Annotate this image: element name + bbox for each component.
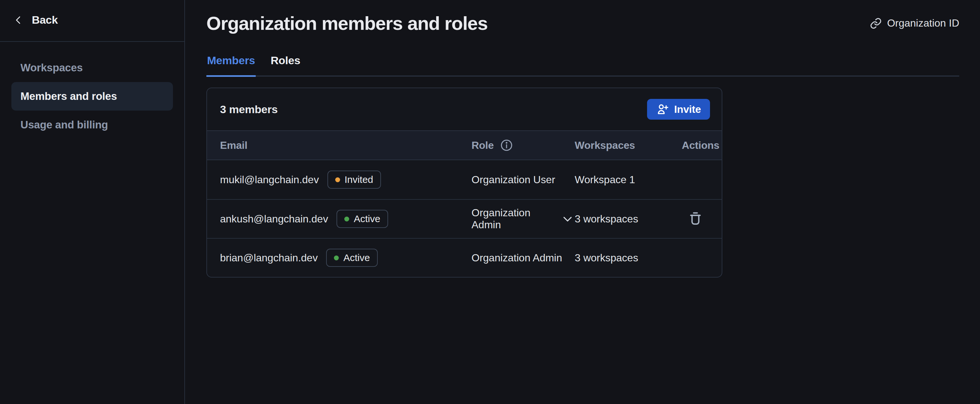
back-button[interactable]: Back	[0, 0, 184, 42]
members-card-header: 3 members Invite	[207, 88, 722, 130]
status-badge: Active	[337, 210, 388, 228]
user-plus-icon	[656, 103, 669, 116]
sidebar-item-usage-and-billing[interactable]: Usage and billing	[11, 111, 173, 139]
status-label: Active	[354, 213, 380, 224]
member-workspaces: Workspace 1	[575, 174, 682, 186]
table-row: ankush@langchain.dev Active Organization…	[207, 199, 722, 238]
delete-member-button[interactable]	[687, 211, 704, 227]
tab-members[interactable]: Members	[206, 54, 256, 77]
back-label: Back	[32, 14, 58, 26]
members-table-body: mukil@langchain.dev Invited Organization…	[207, 160, 722, 277]
member-workspaces: 3 workspaces	[575, 213, 682, 225]
member-email: ankush@langchain.dev	[220, 213, 328, 225]
status-label: Active	[343, 252, 370, 263]
trash-icon	[687, 211, 704, 227]
sidebar-item-label: Usage and billing	[21, 119, 108, 131]
page-header: Organization members and roles Organizat…	[206, 12, 959, 34]
status-dot	[344, 217, 349, 222]
chevron-down-icon[interactable]	[560, 212, 575, 226]
sidebar-item-label: Workspaces	[21, 62, 83, 74]
status-label: Invited	[345, 174, 373, 185]
link-icon	[870, 17, 882, 30]
member-email: brian@langchain.dev	[220, 252, 318, 264]
invite-button-label: Invite	[674, 103, 701, 116]
member-role: Organization User	[471, 174, 555, 186]
main-content: Organization members and roles Organizat…	[185, 0, 980, 404]
table-row: brian@langchain.dev Active Organization …	[207, 238, 722, 277]
sidebar-item-label: Members and roles	[21, 90, 117, 103]
page-title: Organization members and roles	[206, 12, 487, 34]
member-role: Organization Admin	[471, 207, 555, 231]
members-table-header: Email Role Workspaces Actions	[207, 130, 722, 160]
sidebar-nav: Workspaces Members and roles Usage and b…	[0, 54, 184, 139]
tab-bar: Members Roles	[206, 54, 959, 76]
member-workspaces: 3 workspaces	[575, 252, 682, 264]
members-card: 3 members Invite Email Role Workspaces A…	[206, 87, 722, 277]
sidebar: Back Workspaces Members and roles Usage …	[0, 0, 185, 404]
invite-button[interactable]: Invite	[647, 99, 710, 120]
status-badge: Invited	[328, 171, 381, 189]
column-header-email: Email	[220, 139, 471, 151]
member-count: 3 members	[220, 103, 278, 116]
chevron-left-icon	[14, 15, 23, 25]
status-badge: Active	[326, 249, 378, 267]
member-role: Organization Admin	[471, 252, 562, 264]
organization-id-button[interactable]: Organization ID	[870, 17, 959, 30]
column-header-actions: Actions	[682, 139, 719, 151]
table-row: mukil@langchain.dev Invited Organization…	[207, 160, 722, 199]
sidebar-item-members-and-roles[interactable]: Members and roles	[11, 82, 173, 111]
organization-id-label: Organization ID	[887, 17, 959, 29]
info-icon[interactable]	[500, 138, 513, 152]
tab-roles[interactable]: Roles	[270, 54, 301, 77]
member-email: mukil@langchain.dev	[220, 174, 319, 186]
sidebar-item-workspaces[interactable]: Workspaces	[11, 54, 173, 82]
column-header-role: Role	[471, 139, 494, 151]
status-dot	[334, 255, 339, 260]
status-dot	[335, 177, 340, 182]
column-header-workspaces: Workspaces	[575, 139, 682, 151]
